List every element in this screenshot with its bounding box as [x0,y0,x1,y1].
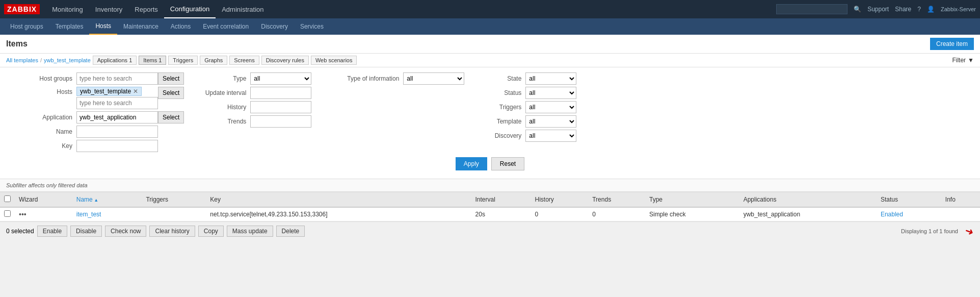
hosts-select-button[interactable]: Select [158,87,184,99]
host-tags: ywb_test_template ✕ [76,87,158,96]
filter-toggle[interactable]: Filter ▼ [952,57,974,64]
mass-update-button[interactable]: Mass update [227,226,273,237]
filter-row-template: Template all [485,115,576,128]
breadcrumb-all-templates[interactable]: All templates [6,57,38,63]
user-server: Zabbix-Server [941,6,976,12]
breadcrumb-template[interactable]: ywb_test_template [44,57,91,63]
subnav-templates[interactable]: Templates [49,18,90,35]
row-history: 0 [531,207,589,221]
subnav-discovery[interactable]: Discovery [255,18,294,35]
discovery-label: Discovery [485,132,525,139]
red-arrow-annotation: ➜ [963,224,975,238]
subnav-actions[interactable]: Actions [165,18,197,35]
sub-nav: Host groups Templates Hosts Maintenance … [0,18,980,35]
subnav-services[interactable]: Services [294,18,330,35]
tab-applications[interactable]: Applications 1 [93,56,137,65]
key-label: Key [10,142,76,150]
type-header: Type [645,192,739,208]
reset-button[interactable]: Reset [491,157,524,170]
type-select[interactable]: all Zabbix agent Simple check [250,72,311,85]
filter-row-host-groups: Host groups Select [10,72,184,85]
history-input[interactable] [250,101,311,113]
logo: ZABBIX [4,4,40,14]
disable-button[interactable]: Disable [70,226,102,237]
clear-history-button[interactable]: Clear history [149,226,195,237]
name-input[interactable] [76,126,158,138]
nav-monitoring[interactable]: Monitoring [46,0,89,18]
application-select-button[interactable]: Select [158,111,184,123]
check-now-button[interactable]: Check now [105,226,146,237]
subnav-host-groups[interactable]: Host groups [4,18,49,35]
host-groups-select-button[interactable]: Select [158,72,184,85]
table-header: Wizard Name Triggers Key Interval Histor… [0,192,980,208]
row-interval: 20s [471,207,531,221]
subnav-event-correlation[interactable]: Event correlation [197,18,255,35]
subnav-hosts[interactable]: Hosts [89,18,117,35]
status-enabled[interactable]: Enabled [881,211,903,218]
nav-reports[interactable]: Reports [128,0,164,18]
selected-count: 0 selected [6,228,34,235]
table-area: Wizard Name Triggers Key Interval Histor… [0,192,980,221]
top-search-input[interactable] [776,4,847,14]
trends-label: Trends [204,118,250,125]
subnav-maintenance[interactable]: Maintenance [117,18,165,35]
host-tag-label: ywb_test_template [80,88,131,95]
nav-inventory[interactable]: Inventory [89,0,128,18]
template-select[interactable]: all [525,115,576,128]
host-tag-remove[interactable]: ✕ [133,88,138,95]
delete-button[interactable]: Delete [276,226,305,237]
apply-button[interactable]: Apply [456,157,487,170]
filter-row-hosts: Hosts ywb_test_template ✕ Select [10,87,184,109]
tab-discovery-rules[interactable]: Discovery rules [261,56,309,65]
name-header[interactable]: Name [72,192,142,208]
update-interval-input[interactable] [250,87,311,99]
search-icon[interactable]: 🔍 [854,6,861,13]
host-groups-label: Host groups [10,75,76,82]
user-icon[interactable]: 👤 [927,6,935,13]
application-input[interactable] [76,111,158,123]
create-item-button[interactable]: Create item [930,38,974,50]
filter-col-1: Host groups Select Hosts ywb_test_templa… [10,72,184,152]
filter-col-4: State all Normal Not supported Status al… [485,72,576,152]
item-name-link[interactable]: item_test [76,211,101,218]
trends-input[interactable] [250,115,311,128]
template-label: Template [485,118,525,125]
filter-row-trends: Trends [204,115,311,128]
row-applications: ywb_test_application [739,207,877,221]
copy-button[interactable]: Copy [198,226,224,237]
nav-administration[interactable]: Administration [216,0,270,18]
wizard-dots[interactable]: ••• [19,210,27,218]
tab-graphs[interactable]: Graphs [200,56,227,65]
row-info [941,207,980,221]
help-icon[interactable]: ? [917,6,921,13]
hosts-label: Hosts [10,87,76,95]
tab-web-scenarios[interactable]: Web scenarios [311,56,357,65]
type-of-info-label: Type of information [332,75,403,82]
triggers-select[interactable]: all [525,101,576,113]
interval-header: Interval [471,192,531,208]
row-check[interactable] [4,210,11,217]
type-of-info-select[interactable]: all [403,72,464,85]
hosts-input[interactable] [76,97,158,109]
filter-row-discovery: Discovery all [485,130,576,142]
count-label: Displaying 1 of 1 found [901,228,958,234]
status-select[interactable]: all Enabled Disabled [525,87,576,99]
discovery-select[interactable]: all [525,130,576,142]
select-all-checkbox[interactable] [4,195,11,202]
filter-col-2: Type all Zabbix agent Simple check Updat… [204,72,311,152]
support-link[interactable]: Support [867,6,889,13]
host-groups-input[interactable] [76,72,158,85]
wizard-header: Wizard [15,192,72,208]
key-input[interactable] [76,140,158,152]
triggers-header: Triggers [142,192,206,208]
tab-screens[interactable]: Screens [229,56,259,65]
enable-button[interactable]: Enable [37,226,67,237]
share-link[interactable]: Share [895,6,911,13]
table-body: ••• item_test net.tcp.service[telnet,49.… [0,207,980,221]
nav-configuration[interactable]: Configuration [164,0,216,18]
tab-items[interactable]: Items 1 [139,56,166,65]
breadcrumb-sep: / [40,57,42,63]
state-select[interactable]: all Normal Not supported [525,72,576,85]
tab-triggers[interactable]: Triggers [168,56,198,65]
filter-row-type: Type all Zabbix agent Simple check [204,72,311,85]
